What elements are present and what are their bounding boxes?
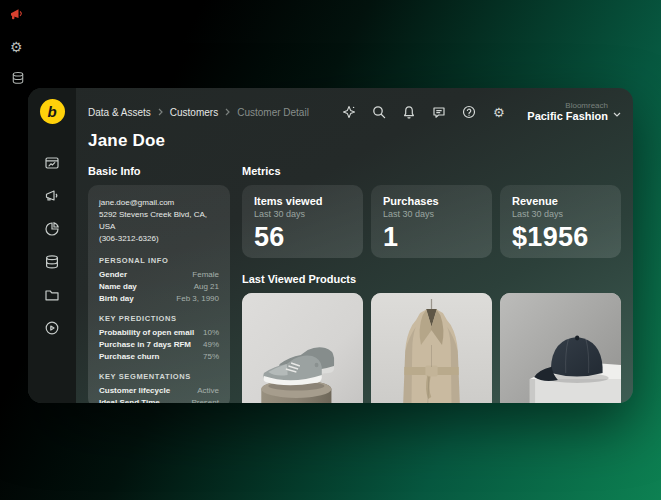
row-label: Gender bbox=[99, 270, 127, 279]
section-heading: PERSONAL INFO bbox=[99, 256, 219, 265]
tenant-project: Pacific Fashion bbox=[527, 110, 608, 123]
content-area: Data & Assets Customers Customer Detail bbox=[76, 88, 633, 403]
breadcrumb-data-assets[interactable]: Data & Assets bbox=[88, 107, 151, 118]
product-image-baseball-cap bbox=[500, 293, 621, 403]
gear-icon[interactable]: ⚙ bbox=[491, 105, 506, 120]
row-label: Purchase in 7 days RFM bbox=[99, 340, 191, 349]
row-value: 49% bbox=[203, 340, 219, 349]
page-title: Jane Doe bbox=[88, 131, 621, 151]
row-value: Present bbox=[191, 398, 219, 403]
product-image-sneakers bbox=[242, 293, 363, 403]
row-value: Female bbox=[192, 270, 219, 279]
row-label: Probability of open email bbox=[99, 328, 194, 337]
breadcrumb-customer-detail: Customer Detail bbox=[237, 107, 309, 118]
info-row: Birth dayFeb 3, 1990 bbox=[99, 294, 219, 303]
product-card-trench-coat[interactable] bbox=[371, 293, 492, 403]
megaphone-icon bbox=[44, 188, 60, 204]
metric-card-items-viewed: Items viewed Last 30 days 56 bbox=[242, 185, 363, 258]
sidebar-item-campaigns[interactable] bbox=[36, 179, 68, 212]
sidebar-item-media[interactable] bbox=[36, 311, 68, 344]
section-heading: KEY SEGMENTATIONS bbox=[99, 372, 219, 381]
chevron-right-icon bbox=[158, 108, 163, 116]
product-card-sneakers[interactable] bbox=[242, 293, 363, 403]
gear-icon: ⚙ bbox=[10, 40, 23, 54]
megaphone-icon bbox=[9, 7, 25, 25]
row-value: 10% bbox=[203, 328, 219, 337]
metric-card-purchases: Purchases Last 30 days 1 bbox=[371, 185, 492, 258]
basic-info-title: Basic Info bbox=[88, 165, 230, 177]
metric-value: $1956 bbox=[512, 222, 609, 253]
info-row: Purchase churn75% bbox=[99, 352, 219, 361]
project-selector[interactable]: Bloomreach Pacific Fashion bbox=[527, 101, 621, 123]
database-icon bbox=[44, 254, 60, 270]
basic-info-panel: jane.doe@gmail.com 5292 Stevens Creek Bl… bbox=[88, 185, 230, 403]
row-label: Birth day bbox=[99, 294, 134, 303]
customer-address: 5292 Stevens Creek Blvd, CA, USA bbox=[99, 209, 219, 233]
products-title: Last Viewed Products bbox=[242, 273, 621, 285]
row-value: 75% bbox=[203, 352, 219, 361]
topbar-actions: ⚙ Bloomreach Pacific Fashion bbox=[341, 101, 621, 123]
info-row: Purchase in 7 days RFM49% bbox=[99, 340, 219, 349]
sidebar-item-dashboard[interactable] bbox=[36, 146, 68, 179]
metric-label: Revenue bbox=[512, 195, 609, 207]
breadcrumb-customers[interactable]: Customers bbox=[170, 107, 218, 118]
info-row: GenderFemale bbox=[99, 270, 219, 279]
row-label: Customer lifecycle bbox=[99, 386, 170, 395]
product-card-baseball-cap[interactable] bbox=[500, 293, 621, 403]
info-row: Customer lifecycleActive bbox=[99, 386, 219, 395]
pie-chart-icon bbox=[44, 221, 60, 237]
metric-label: Purchases bbox=[383, 195, 480, 207]
chevron-right-icon bbox=[225, 108, 230, 116]
sparkle-icon[interactable] bbox=[341, 105, 356, 120]
sidebar: b bbox=[28, 88, 76, 403]
row-label: Name day bbox=[99, 282, 137, 291]
bloomreach-logo[interactable]: b bbox=[40, 99, 65, 124]
sidebar-item-assets[interactable] bbox=[36, 278, 68, 311]
sidebar-item-analytics[interactable] bbox=[36, 212, 68, 245]
info-row: Probability of open email10% bbox=[99, 328, 219, 337]
metric-value: 56 bbox=[254, 222, 351, 253]
product-image-trench-coat bbox=[371, 293, 492, 403]
bell-icon[interactable] bbox=[401, 105, 416, 120]
help-icon[interactable] bbox=[461, 105, 476, 120]
metric-period: Last 30 days bbox=[254, 209, 351, 219]
topbar: Data & Assets Customers Customer Detail bbox=[88, 103, 621, 121]
info-row: Ideal Send TimePresent bbox=[99, 398, 219, 403]
play-circle-icon bbox=[44, 320, 60, 336]
chevron-down-icon bbox=[613, 103, 621, 121]
metrics-title: Metrics bbox=[242, 165, 621, 177]
folder-icon bbox=[44, 287, 60, 303]
row-label: Purchase churn bbox=[99, 352, 159, 361]
metric-card-revenue: Revenue Last 30 days $1956 bbox=[500, 185, 621, 258]
app-window: b bbox=[28, 88, 633, 403]
breadcrumb: Data & Assets Customers Customer Detail bbox=[88, 107, 309, 118]
metric-period: Last 30 days bbox=[383, 209, 480, 219]
database-icon bbox=[11, 71, 25, 88]
search-icon[interactable] bbox=[371, 105, 386, 120]
row-label: Ideal Send Time bbox=[99, 398, 160, 403]
chat-icon[interactable] bbox=[431, 105, 446, 120]
section-heading: KEY PREDICTIONS bbox=[99, 314, 219, 323]
row-value: Aug 21 bbox=[194, 282, 219, 291]
metric-value: 1 bbox=[383, 222, 480, 253]
row-value: Feb 3, 1990 bbox=[176, 294, 219, 303]
customer-email: jane.doe@gmail.com bbox=[99, 197, 219, 209]
row-value: Active bbox=[197, 386, 219, 395]
tenant-company: Bloomreach bbox=[527, 101, 608, 110]
metric-label: Items viewed bbox=[254, 195, 351, 207]
info-row: Name dayAug 21 bbox=[99, 282, 219, 291]
sidebar-item-data[interactable] bbox=[36, 245, 68, 278]
customer-phone: (306-3212-6326) bbox=[99, 233, 219, 245]
dashboard-icon bbox=[44, 155, 60, 171]
metric-period: Last 30 days bbox=[512, 209, 609, 219]
